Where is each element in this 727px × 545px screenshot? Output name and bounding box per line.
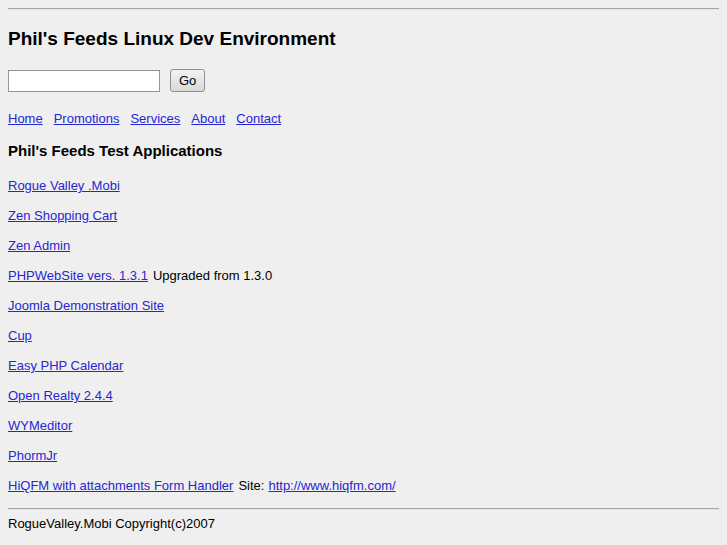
nav-link-home[interactable]: Home [8,111,43,126]
app-link-zen-admin[interactable]: Zen Admin [8,238,70,253]
app-link-zen-shopping-cart[interactable]: Zen Shopping Cart [8,208,117,223]
nav-link-contact[interactable]: Contact [236,111,281,126]
nav-link-about[interactable]: About [191,111,225,126]
app-row-phpwebsite: PHPWebSite vers. 1.3.1Upgraded from 1.3.… [8,268,719,283]
top-divider [8,8,719,10]
app-row-zen-admin: Zen Admin [8,238,719,253]
app-row-open-realty: Open Realty 2.4.4 [8,388,719,403]
app-row-rogue-valley: Rogue Valley .Mobi [8,178,719,193]
app-link-hiqfm[interactable]: HiQFM with attachments Form Handler [8,478,233,493]
app-row-wymeditor: WYMeditor [8,418,719,433]
app-link-cup[interactable]: Cup [8,328,32,343]
section-title: Phil's Feeds Test Applications [8,142,719,159]
footer-divider [8,508,719,510]
go-button[interactable]: Go [170,69,205,92]
app-link-open-realty[interactable]: Open Realty 2.4.4 [8,388,113,403]
page-title: Phil's Feeds Linux Dev Environment [8,28,719,50]
nav-link-promotions[interactable]: Promotions [54,111,120,126]
app-row-cup: Cup [8,328,719,343]
app-row-zen-shopping-cart: Zen Shopping Cart [8,208,719,223]
app-link-phormjr[interactable]: PhormJr [8,448,57,463]
main-nav: HomePromotionsServicesAboutContact [8,111,719,126]
app-link-joomla[interactable]: Joomla Demonstration Site [8,298,164,313]
app-note-phpwebsite: Upgraded from 1.3.0 [153,268,272,283]
app-link-wymeditor[interactable]: WYMeditor [8,418,72,433]
app-row-phormjr: PhormJr [8,448,719,463]
search-input[interactable] [8,70,160,92]
app-link-rogue-valley[interactable]: Rogue Valley .Mobi [8,178,120,193]
app-row-joomla: Joomla Demonstration Site [8,298,719,313]
app-row-easy-php-calendar: Easy PHP Calendar [8,358,719,373]
footer-text: RogueValley.Mobi Copyright(c)2007 [8,516,719,531]
app-row-hiqfm: HiQFM with attachments Form HandlerSite:… [8,478,719,493]
app-link-hiqfm-site-url[interactable]: http://www.hiqfm.com/ [268,478,395,493]
search-form: Go [8,69,719,92]
app-link-phpwebsite[interactable]: PHPWebSite vers. 1.3.1 [8,268,148,283]
app-note-hiqfm-site: Site: [238,478,264,493]
app-link-easy-php-calendar[interactable]: Easy PHP Calendar [8,358,123,373]
nav-link-services[interactable]: Services [130,111,180,126]
